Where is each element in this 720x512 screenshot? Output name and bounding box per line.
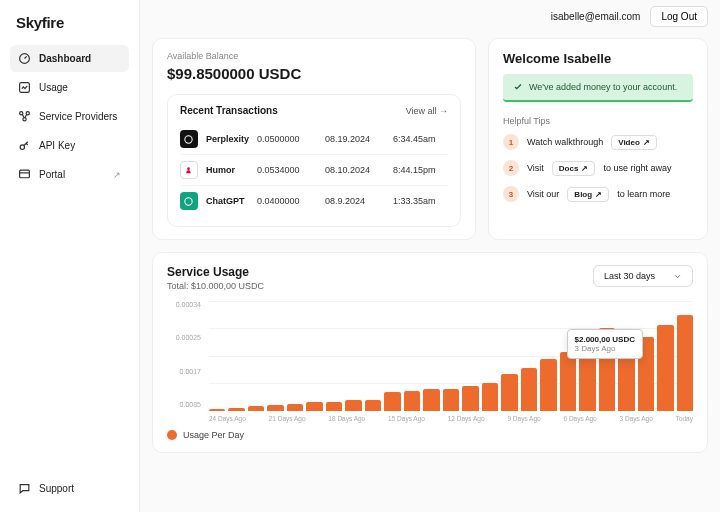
connections-icon (18, 110, 31, 123)
chart-bar[interactable] (345, 400, 361, 411)
legend-label: Usage Per Day (183, 430, 244, 440)
sidebar-item-label: API Key (39, 140, 75, 151)
chart-bar[interactable] (326, 402, 342, 411)
date-range-label: Last 30 days (604, 271, 655, 281)
chart-bar[interactable] (267, 405, 283, 411)
service-usage-subtitle: Total: $10.000,00 USDC (167, 281, 264, 291)
chart-bar[interactable] (248, 406, 264, 411)
sidebar-item-usage[interactable]: Usage (10, 74, 129, 101)
x-tick: 12 Days Ago (448, 415, 485, 422)
x-tick: 18 Days Ago (328, 415, 365, 422)
chart-bar[interactable] (287, 404, 303, 411)
tip-link[interactable]: Docs ↗ (552, 161, 596, 176)
date-range-select[interactable]: Last 30 days (593, 265, 693, 287)
chart-bar[interactable] (443, 389, 459, 411)
x-tick: Today (676, 415, 693, 422)
chart-bar[interactable] (228, 408, 244, 411)
svg-point-7 (185, 135, 192, 142)
sidebar-item-api-key[interactable]: API Key (10, 132, 129, 159)
key-icon (18, 139, 31, 152)
chart-bar[interactable] (209, 409, 225, 411)
transaction-row[interactable]: ChatGPT0.040000008.9.20241:33.35am (180, 185, 448, 216)
chart-bar[interactable] (384, 392, 400, 411)
y-tick: 0.00034 (176, 301, 201, 308)
svg-point-9 (185, 197, 192, 204)
sidebar-item-label: Dashboard (39, 53, 91, 64)
chart-bar[interactable] (462, 386, 478, 411)
banner-text: We've added money to your account. (529, 82, 677, 92)
sidebar-item-support[interactable]: Support (10, 475, 129, 502)
view-all-link[interactable]: View all → (406, 106, 448, 116)
tip-post: to learn more (617, 189, 670, 199)
chart-bar[interactable] (306, 402, 322, 411)
transaction-time: 8:44.15pm (393, 165, 448, 175)
chart-bar[interactable] (677, 315, 693, 411)
transaction-amount: 0.0500000 (257, 134, 317, 144)
x-tick (666, 415, 673, 422)
sidebar-item-label: Support (39, 483, 74, 494)
tip-link[interactable]: Video ↗ (611, 135, 657, 150)
sidebar-item-service-providers[interactable]: Service Providers (10, 103, 129, 130)
transaction-name: Perplexity (206, 134, 249, 144)
chart-bar[interactable] (404, 391, 420, 411)
chart-x-axis: 24 Days Ago21 Days Ago18 Days Ago15 Days… (209, 415, 693, 422)
tip-row: 2VisitDocs ↗to use right away (503, 160, 693, 176)
service-icon (180, 192, 198, 210)
y-tick: 0.0017 (180, 368, 201, 375)
x-tick (438, 415, 445, 422)
x-tick (544, 415, 551, 422)
tip-pre: Visit (527, 163, 544, 173)
x-tick: 9 Days Ago (507, 415, 540, 422)
x-tick (249, 415, 256, 422)
transactions-title: Recent Transactions (180, 105, 278, 116)
transaction-date: 08.9.2024 (325, 196, 385, 206)
x-tick (488, 415, 495, 422)
chart-y-axis: 0.000340.000250.00170.0085 (167, 301, 201, 411)
chart-bar[interactable] (521, 368, 537, 411)
sidebar-item-label: Service Providers (39, 111, 117, 122)
chart-bar[interactable] (657, 325, 673, 411)
tip-pre: Visit our (527, 189, 559, 199)
y-tick: 0.0085 (180, 401, 201, 408)
balance-value: $99.8500000 USDC (167, 65, 461, 82)
transaction-time: 1:33.35am (393, 196, 448, 206)
check-icon (513, 82, 523, 92)
x-tick (600, 415, 607, 422)
chart-bar[interactable] (560, 352, 576, 411)
tip-post: to use right away (603, 163, 671, 173)
balance-label: Available Balance (167, 51, 461, 61)
x-tick (610, 415, 617, 422)
sidebar-item-dashboard[interactable]: Dashboard (10, 45, 129, 72)
svg-point-5 (20, 145, 24, 149)
x-tick (378, 415, 385, 422)
tip-number: 2 (503, 160, 519, 176)
x-tick (309, 415, 316, 422)
arrow-right-icon: → (439, 106, 448, 116)
chart-bar[interactable] (423, 389, 439, 411)
tip-link[interactable]: Blog ↗ (567, 187, 609, 202)
portal-icon (18, 168, 31, 181)
external-icon: ↗ (643, 138, 650, 147)
tip-number: 1 (503, 134, 519, 150)
transaction-row[interactable]: Humor0.053400008.10.20248:44.15pm (180, 154, 448, 185)
chart-bar[interactable] (482, 383, 498, 411)
chart-bar[interactable] (501, 374, 517, 411)
chat-icon (18, 482, 31, 495)
chart-bar[interactable] (540, 359, 556, 412)
logout-button[interactable]: Log Out (650, 6, 708, 27)
brand-logo: Skyfire (16, 14, 123, 31)
sidebar-item-portal[interactable]: Portal ↗ (10, 161, 129, 188)
x-tick (368, 415, 375, 422)
x-tick (318, 415, 325, 422)
sidebar-item-label: Usage (39, 82, 68, 93)
transaction-row[interactable]: Perplexity0.050000008.19.20246:34.45am (180, 124, 448, 154)
balance-card: Available Balance $99.8500000 USDC Recen… (152, 38, 476, 240)
service-usage-title: Service Usage (167, 265, 264, 279)
gauge-icon (18, 52, 31, 65)
funds-added-banner: We've added money to your account. (503, 74, 693, 102)
tip-row: 3Visit ourBlog ↗to learn more (503, 186, 693, 202)
chart-bar[interactable] (365, 400, 381, 411)
service-icon (180, 161, 198, 179)
x-tick (428, 415, 435, 422)
x-tick: 21 Days Ago (269, 415, 306, 422)
